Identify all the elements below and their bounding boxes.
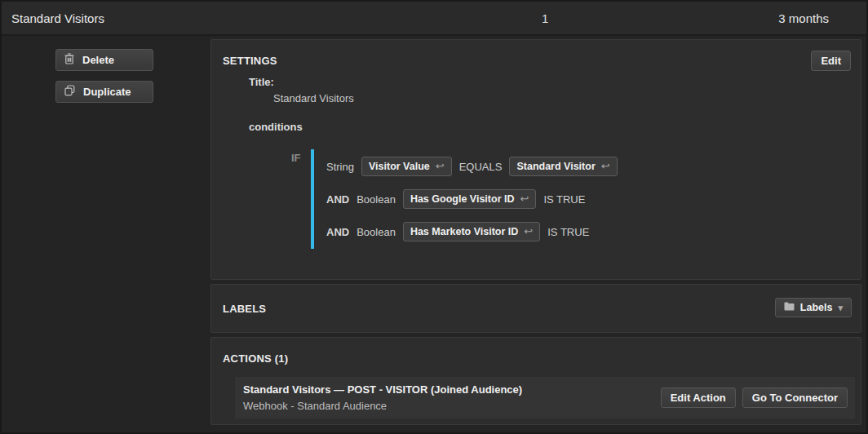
conditions-block: IF String Visitor Value ↩ EQUALS Standar… xyxy=(291,149,618,249)
conditions-rail: String Visitor Value ↩ EQUALS Standard V… xyxy=(311,149,618,249)
action-title: Standard Visitors — POST - VISITOR (Join… xyxy=(243,382,661,398)
condition-value-label: Standard Visitor xyxy=(516,161,595,172)
condition-field-chip[interactable]: Visitor Value ↩ xyxy=(361,157,452,176)
action-subtitle: Webhook - Standard Audience xyxy=(243,398,661,414)
sidebar: Delete Duplicate xyxy=(2,36,210,432)
reply-arrow-icon: ↩ xyxy=(436,160,445,172)
condition-row: AND Boolean Has Google Visitor ID ↩ IS T… xyxy=(326,189,618,209)
reply-arrow-icon: ↩ xyxy=(524,225,533,237)
condition-field-label: Has Google Visitor ID xyxy=(410,193,515,205)
reply-arrow-icon: ↩ xyxy=(520,193,529,205)
app-window: Standard Visitors 1 3 months Delete Dupl… xyxy=(0,0,868,434)
condition-type: Boolean xyxy=(356,226,396,238)
condition-type: Boolean xyxy=(356,193,396,206)
action-buttons: Edit Action Go To Connector xyxy=(661,388,855,408)
trash-icon xyxy=(64,53,74,67)
audience-duration: 3 months xyxy=(778,2,829,36)
reply-arrow-icon: ↩ xyxy=(601,160,610,172)
labels-card: LABELS Labels ▾ xyxy=(210,284,861,333)
condition-row: AND Boolean Has Marketo Visitor ID ↩ IS … xyxy=(326,222,618,241)
condition-operator: IS TRUE xyxy=(547,226,589,238)
top-bar: Standard Visitors 1 3 months xyxy=(2,2,866,36)
content-area: Delete Duplicate SETTINGS Edit Title: St… xyxy=(2,36,866,432)
condition-field-chip[interactable]: Has Google Visitor ID ↩ xyxy=(403,189,536,209)
condition-field-label: Has Marketo Visitor ID xyxy=(410,226,518,237)
chevron-down-icon: ▾ xyxy=(838,303,843,313)
actions-heading: ACTIONS (1) xyxy=(223,352,288,365)
labels-dropdown-label: Labels xyxy=(800,302,833,313)
settings-card: SETTINGS Edit Title: Standard Visitors c… xyxy=(210,39,861,280)
if-label: IF xyxy=(291,149,308,249)
edit-settings-button[interactable]: Edit xyxy=(811,51,851,71)
labels-dropdown-button[interactable]: Labels ▾ xyxy=(775,298,852,317)
delete-button[interactable]: Delete xyxy=(55,49,153,71)
actions-card: ACTIONS (1) Standard Visitors — POST - V… xyxy=(210,337,861,425)
condition-operator: EQUALS xyxy=(459,161,503,173)
delete-button-label: Delete xyxy=(82,54,114,66)
settings-heading: SETTINGS xyxy=(223,55,277,67)
title-field-label: Title: xyxy=(249,76,274,88)
conditions-label: conditions xyxy=(249,121,303,133)
duplicate-icon xyxy=(64,85,75,99)
condition-row: String Visitor Value ↩ EQUALS Standard V… xyxy=(326,157,618,176)
title-field-value: Standard Visitors xyxy=(273,92,354,104)
go-to-connector-button[interactable]: Go To Connector xyxy=(742,388,848,408)
condition-conjunction: AND xyxy=(326,226,349,238)
edit-action-button[interactable]: Edit Action xyxy=(661,388,736,408)
audience-count: 1 xyxy=(542,2,548,36)
duplicate-button-label: Duplicate xyxy=(83,86,131,98)
condition-field-label: Visitor Value xyxy=(369,161,430,172)
condition-value-chip[interactable]: Standard Visitor ↩ xyxy=(509,157,617,176)
action-list-item: Standard Visitors — POST - VISITOR (Join… xyxy=(235,377,855,418)
folder-icon xyxy=(784,302,795,313)
main-column: SETTINGS Edit Title: Standard Visitors c… xyxy=(210,39,861,432)
condition-conjunction: AND xyxy=(326,193,349,206)
duplicate-button[interactable]: Duplicate xyxy=(55,81,153,103)
condition-field-chip[interactable]: Has Marketo Visitor ID ↩ xyxy=(403,222,540,241)
labels-heading: LABELS xyxy=(223,303,266,315)
action-text: Standard Visitors — POST - VISITOR (Join… xyxy=(235,382,661,414)
condition-type: String xyxy=(326,161,354,173)
audience-title: Standard Visitors xyxy=(11,2,104,36)
condition-operator: IS TRUE xyxy=(543,193,585,206)
